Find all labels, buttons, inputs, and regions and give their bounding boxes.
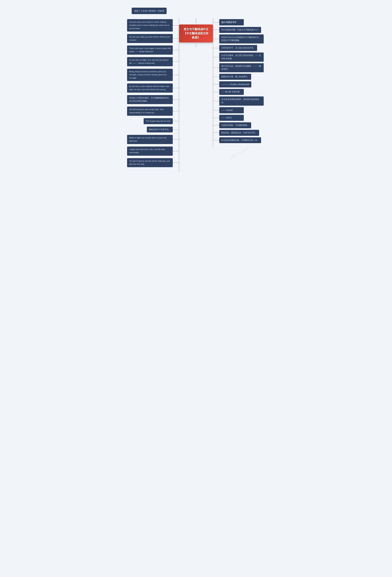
right-item-4: 生活不会重来，这正是它美好的原因。——艾米莉·狄金森 <box>213 52 265 62</box>
left-item-7: 等你的儿子跟你叫板时，你才能幡然醒悟原来自己的父亲是正确的。 <box>127 95 179 104</box>
right-item-howell: —— Howell <box>213 107 265 113</box>
top-left-label: 涵盖了人生各个阶段的一些道理 <box>132 8 167 14</box>
right-item-11: —— 贺韦尔 <box>213 115 265 121</box>
right-item-8: ——查尔斯·华兹华斯 <box>213 89 265 95</box>
right-item-9: 生活本身会带给你痛苦，你的责任是创造快乐。 <box>213 96 265 106</box>
right-item-6: 被爱给你力量，爱人给你勇气。 <box>213 74 265 80</box>
right-item-3: 未经你的许可，没人能让你妄自菲薄。 <box>213 45 265 51</box>
left-item-4: To ask why we fight, is to ask why the l… <box>127 57 179 66</box>
right-item-14: 你无须见到楼梯全貌，只需要迈出第一步。 <box>213 137 265 143</box>
right-top-label: 这11句英文句子 <box>213 19 265 25</box>
left-item-5: Being deeply loved by someone gives you … <box>127 69 179 81</box>
right-item-13: 我告诉你，爱就是生命，生命可以不朽。 <box>213 130 265 136</box>
left-item-11: Better to light one candle than to curse… <box>127 135 179 144</box>
right-item-5: 我们生而为战，犹如树叶自会飘落。——《魔兽世界》 <box>213 63 265 72</box>
right-item-12: 与其诅咒黑暗，不如燃起蜡烛。 <box>213 122 265 128</box>
left-item-9: The longest day has an end. <box>127 118 179 124</box>
left-item-6: By the time a man realizes that his fath… <box>127 83 179 93</box>
left-item-10: 最难过的日子也有尽头。 <box>127 127 179 133</box>
center-node: 英文句子翻译成中文【中文翻译成英文转换器】 <box>179 25 213 42</box>
left-item-12: I argue thee that love is life. And life… <box>127 146 179 156</box>
left-item-13: You don't have to see the whole staircas… <box>127 158 179 167</box>
left-item-1: Success does not consist in never making… <box>127 19 179 31</box>
right-item-1: 其中你最喜欢哪一句英文句子翻译成中文？ <box>213 27 265 33</box>
right-item-7-charles: ————Charles Wordsworth <box>213 81 265 87</box>
right-item-2: 成功并不在于从不犯错英文句子翻译成中文，而是在于不重蹈覆辙。 <box>213 35 265 44</box>
left-item-8: Life will bring you pain all by itself. … <box>127 107 179 116</box>
left-item-2: No one can make you feel inferior withou… <box>127 34 179 43</box>
left-item-3: That it will never come again is what ma… <box>127 45 179 55</box>
